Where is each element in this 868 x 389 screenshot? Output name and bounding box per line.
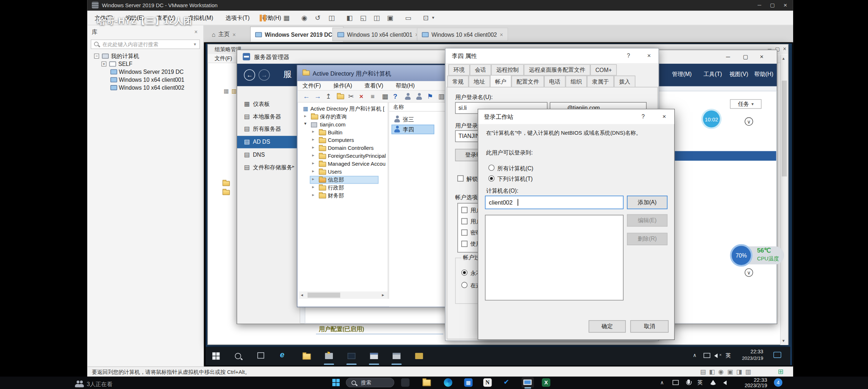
tree-item-saved-queries[interactable]: 保存的查询	[320, 113, 347, 120]
scrollbar-thumb[interactable]	[308, 292, 340, 298]
server-manager-taskbar-icon[interactable]: ⚑	[325, 353, 333, 359]
app-icon[interactable]	[415, 353, 423, 359]
library-search-input[interactable]: 在此处键入内容进行搜索 ▾	[91, 40, 200, 49]
tree-item-computers[interactable]: Computers	[328, 137, 354, 143]
nav-all-servers[interactable]: 所有服务器	[253, 126, 281, 133]
split-view-icon[interactable]: ◫	[374, 15, 380, 22]
option-checkbox[interactable]	[461, 218, 467, 224]
take-snapshot-icon[interactable]: ◉	[301, 15, 307, 22]
status-usb-icon[interactable]: ▣	[727, 369, 733, 375]
cut-icon[interactable]: ✂	[348, 93, 354, 100]
tasks-dropdown[interactable]: 任务 ▾	[730, 99, 762, 109]
aduc-menu-action[interactable]: 操作(A)	[333, 82, 352, 90]
tree-item-managed-service[interactable]: Managed Service Accou	[328, 161, 385, 167]
tab-remote-control[interactable]: 远程控制	[491, 64, 524, 75]
notification-badge[interactable]: 4	[774, 378, 782, 386]
library-tree-root[interactable]: 我的计算机	[111, 53, 139, 60]
gpmc-toolbar-icon[interactable]: ▦	[223, 89, 229, 94]
new-user-icon[interactable]	[404, 93, 411, 100]
status-cd-icon[interactable]: ◧	[709, 369, 715, 375]
section-collapse-button[interactable]: ∨	[745, 268, 753, 277]
gpmc-close-icon[interactable]: ×	[783, 46, 786, 53]
host-search-pill[interactable]: 搜索	[346, 378, 394, 388]
explorer-icon[interactable]	[422, 379, 431, 386]
tray-display-icon[interactable]	[673, 380, 679, 385]
nav-local-server[interactable]: 本地服务器	[253, 113, 281, 120]
sm-close-icon[interactable]: ×	[760, 53, 763, 61]
option-checkbox[interactable]	[461, 241, 467, 247]
tab-organization[interactable]: 组织	[565, 76, 587, 88]
edge-icon[interactable]	[444, 378, 452, 386]
minimize-icon[interactable]: ─	[758, 2, 761, 8]
tab-account-active[interactable]: 帐户	[490, 75, 511, 87]
tab-sessions[interactable]: 会话	[470, 64, 491, 75]
columns-icon[interactable]: ▥	[438, 93, 445, 100]
menu-tabs[interactable]: 选项卡(T)	[226, 14, 250, 22]
tab-windows10-client001[interactable]: Windows 10 x64 client001 ×	[332, 28, 424, 41]
console-app-icon[interactable]	[348, 353, 356, 359]
tab-telephones[interactable]: 电话	[544, 76, 565, 88]
tab-close-icon[interactable]: ×	[232, 31, 236, 37]
nav-ad-ds-selected[interactable]: ▤ AD DS	[237, 136, 300, 148]
tree-item-xinxibu[interactable]: 信息部	[328, 176, 344, 183]
sm-maximize-icon[interactable]: ▢	[743, 54, 749, 61]
action-center-icon[interactable]	[773, 352, 781, 358]
revert-snapshot-icon[interactable]: ↺	[315, 15, 321, 22]
tab-close-icon[interactable]: ×	[500, 31, 503, 37]
status-sound-icon[interactable]: ◨	[736, 369, 742, 375]
tree-item-xingzhengbu[interactable]: 行政部	[328, 184, 344, 191]
expander-open-icon[interactable]: ▾	[304, 121, 306, 127]
gpmc-toolbar-icon[interactable]: ▥	[231, 89, 237, 94]
tab-com-plus[interactable]: COM+	[590, 64, 617, 75]
guest-lang-indicator[interactable]: 英	[725, 352, 731, 359]
expander-icon[interactable]: ▸	[312, 145, 314, 150]
status-fullscreen-icon[interactable]: ⊞	[778, 368, 784, 375]
option-checkbox[interactable]	[461, 207, 467, 213]
tab-environment[interactable]: 环境	[448, 64, 470, 75]
tray-wifi-icon[interactable]	[710, 380, 716, 385]
expander-icon[interactable]: ▸	[312, 153, 314, 158]
tab-profile[interactable]: 配置文件	[511, 76, 544, 88]
add-button[interactable]: 添加(A)	[627, 196, 668, 209]
sm-menu-help[interactable]: 帮助(H)	[754, 71, 773, 78]
expander-icon[interactable]: ▸	[312, 169, 314, 174]
forward-button[interactable]: →	[258, 70, 270, 81]
tray-speaker-icon[interactable]	[714, 353, 718, 358]
ie-icon[interactable]: e	[280, 350, 284, 359]
expander-icon[interactable]: ▸	[304, 113, 306, 119]
all-computers-radio[interactable]	[488, 165, 494, 171]
expander-icon[interactable]: ▸	[312, 161, 314, 166]
store-app-icon[interactable]: ▦	[464, 378, 473, 386]
taskbar-app-icon-dark[interactable]	[401, 378, 409, 386]
tree-item-domain[interactable]: tianjin.com	[320, 121, 345, 128]
delete-button[interactable]: 删除(R)	[627, 233, 668, 245]
vmware-taskbar-button-active[interactable]	[521, 377, 534, 388]
cpu-temp-widget[interactable]: 70% 56℃ CPU温度	[730, 244, 787, 267]
forward-icon[interactable]: →	[314, 93, 321, 100]
option-checkbox[interactable]	[461, 229, 467, 236]
window-app-icon[interactable]	[393, 353, 401, 359]
tree-hscrollbar[interactable]: ◂ ▸	[299, 291, 388, 299]
window-app-icon[interactable]	[370, 353, 378, 359]
sm-menu-tools[interactable]: 工具(T)	[704, 71, 722, 78]
dialog-close-icon[interactable]: ×	[663, 113, 666, 120]
scroll-left-icon[interactable]: ◂	[301, 292, 303, 298]
library-item-client001[interactable]: Windows 10 x64 client001	[119, 77, 184, 84]
gpmc-menu-file[interactable]: 文件(F)	[214, 55, 232, 62]
guest-search-icon[interactable]	[235, 353, 241, 359]
tab-rds-profile[interactable]: 远程桌面服务配置文件	[524, 64, 591, 75]
nav-dns[interactable]: DNS	[253, 152, 265, 158]
notion-icon[interactable]: N	[483, 378, 492, 386]
host-clock[interactable]: 22:33 2023/2/19	[732, 377, 767, 388]
sm-menu-view[interactable]: 视图(V)	[729, 71, 748, 78]
scrollbar-thumb[interactable]	[782, 81, 787, 176]
nav-dashboard[interactable]: 仪表板	[253, 101, 270, 108]
explorer-icon[interactable]	[303, 353, 311, 359]
fullscreen-caret-icon[interactable]: ▾	[432, 16, 434, 21]
tab-windows-server-2019-dc[interactable]: Windows Server 2019 DC ×	[250, 27, 344, 42]
expander-icon[interactable]: ▸	[312, 184, 314, 190]
workstations-listbox[interactable]	[485, 215, 624, 300]
help-icon[interactable]: ?	[393, 93, 397, 100]
snapshot-manager-icon[interactable]: ◫	[329, 15, 335, 22]
tab-general[interactable]: 常规	[447, 76, 469, 88]
